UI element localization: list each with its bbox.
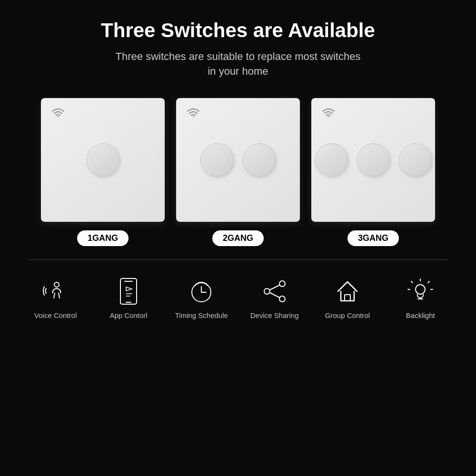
svg-point-16 xyxy=(279,296,285,302)
features-row: Voice Control App Contorl xyxy=(10,277,466,319)
main-title: Three Switches are Available xyxy=(101,19,375,42)
backlight-icon xyxy=(406,277,435,306)
gang-label-3: 3GANG xyxy=(347,230,399,246)
switch-button-1[interactable] xyxy=(86,143,119,177)
feature-label-timing: Timing Schedule xyxy=(175,311,228,319)
feature-label-group: Group Control xyxy=(325,311,370,319)
wifi-icon-1gang xyxy=(51,108,65,119)
group-control-icon xyxy=(333,277,362,306)
panel-1gang xyxy=(41,98,165,222)
feature-group-control: Group Control xyxy=(314,277,381,319)
gang-label-1: 1GANG xyxy=(77,230,129,246)
app-control-icon xyxy=(114,277,143,306)
feature-label-voice: Voice Control xyxy=(34,311,77,319)
feature-device-sharing: Device Sharing xyxy=(241,277,308,319)
svg-line-13 xyxy=(206,284,208,286)
svg-line-23 xyxy=(428,281,429,283)
page: Three Switches are Available Three switc… xyxy=(0,0,476,476)
feature-app-control: App Contorl xyxy=(95,277,162,319)
feature-label-sharing: Device Sharing xyxy=(250,311,299,319)
buttons-row-2gang xyxy=(200,143,276,177)
switch-1gang: 1GANG xyxy=(41,98,165,246)
panel-3gang xyxy=(311,98,435,222)
feature-voice-control: Voice Control xyxy=(22,277,89,319)
wifi-icon-2gang xyxy=(187,108,200,119)
switch-button-3a[interactable] xyxy=(315,143,348,177)
switch-button-2a[interactable] xyxy=(200,143,234,177)
svg-point-0 xyxy=(57,116,59,117)
switch-button-3c[interactable] xyxy=(398,143,432,177)
svg-point-14 xyxy=(279,281,285,287)
gang-label-2: 2GANG xyxy=(212,230,264,246)
feature-label-backlight: Backlight xyxy=(406,311,435,319)
switches-row: 1GANG 2GANG xyxy=(41,98,435,246)
buttons-row-3gang xyxy=(315,143,432,177)
svg-rect-4 xyxy=(120,278,137,304)
switch-2gang: 2GANG xyxy=(176,98,300,246)
svg-line-18 xyxy=(270,293,279,298)
svg-line-25 xyxy=(411,281,413,283)
switch-button-3b[interactable] xyxy=(357,143,390,177)
switch-3gang: 3GANG xyxy=(311,98,435,246)
svg-line-17 xyxy=(270,285,279,290)
svg-point-2 xyxy=(327,116,329,117)
buttons-row-1gang xyxy=(86,143,119,177)
svg-point-1 xyxy=(192,116,194,117)
wifi-icon-3gang xyxy=(322,108,335,119)
divider xyxy=(29,259,447,260)
panel-2gang xyxy=(176,98,300,222)
svg-line-12 xyxy=(195,284,197,286)
switch-button-2b[interactable] xyxy=(242,143,276,177)
subtitle: Three switches are suitable to replace m… xyxy=(116,50,361,79)
svg-point-20 xyxy=(416,285,425,294)
feature-label-app: App Contorl xyxy=(109,311,147,319)
svg-point-3 xyxy=(54,282,59,287)
svg-rect-19 xyxy=(345,295,350,301)
feature-timing: Timing Schedule xyxy=(168,277,235,319)
voice-control-icon xyxy=(41,277,70,306)
timing-icon xyxy=(187,277,216,306)
feature-backlight: Backlight xyxy=(387,277,454,319)
device-sharing-icon xyxy=(260,277,289,306)
svg-point-15 xyxy=(264,288,270,294)
